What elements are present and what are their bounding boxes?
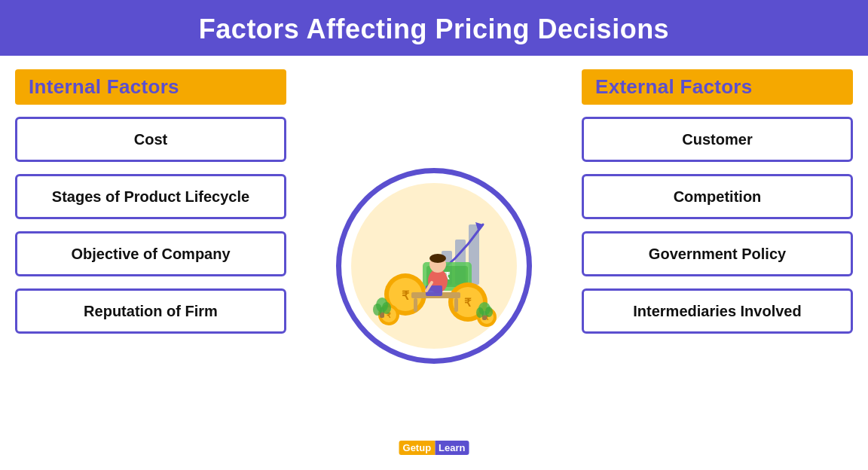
factor-objective-company: Objective of Company <box>15 231 286 276</box>
external-factors-heading: External Factors <box>582 69 853 105</box>
factor-government-policy: Government Policy <box>582 231 853 276</box>
svg-point-30 <box>373 304 382 316</box>
header: Factors Affecting Pricing Decisions <box>0 0 868 56</box>
page-title: Factors Affecting Pricing Decisions <box>199 14 669 44</box>
factor-cost: Cost <box>15 117 286 162</box>
factor-reputation-firm: Reputation of Firm <box>15 288 286 334</box>
svg-text:₹: ₹ <box>464 296 472 309</box>
illustration-circle: ₹ ₹ ₹ ₹ <box>336 168 532 364</box>
pricing-illustration: ₹ ₹ ₹ ₹ <box>351 183 517 349</box>
svg-point-25 <box>429 254 446 263</box>
svg-point-31 <box>382 302 391 314</box>
watermark: GetupLearn <box>399 441 469 455</box>
factor-intermediaries: Intermediaries Involved <box>582 288 853 334</box>
svg-rect-21 <box>414 298 417 312</box>
center-illustration: ₹ ₹ ₹ ₹ <box>286 69 582 462</box>
factor-customer: Customer <box>582 117 853 162</box>
external-factors-column: External Factors Customer Competition Go… <box>582 69 853 462</box>
main-content: Internal Factors Cost Stages of Product … <box>0 56 868 470</box>
svg-point-34 <box>476 307 484 318</box>
internal-factors-column: Internal Factors Cost Stages of Product … <box>15 69 286 462</box>
watermark-learn: Learn <box>435 441 469 455</box>
svg-rect-22 <box>454 298 458 312</box>
svg-point-35 <box>485 307 493 317</box>
factor-product-lifecycle: Stages of Product Lifecycle <box>15 174 286 219</box>
internal-factors-heading: Internal Factors <box>15 69 286 105</box>
watermark-getup: Getup <box>399 441 436 455</box>
page: Factors Affecting Pricing Decisions Inte… <box>0 0 868 470</box>
svg-text:₹: ₹ <box>402 289 410 302</box>
factor-competition: Competition <box>582 174 853 219</box>
